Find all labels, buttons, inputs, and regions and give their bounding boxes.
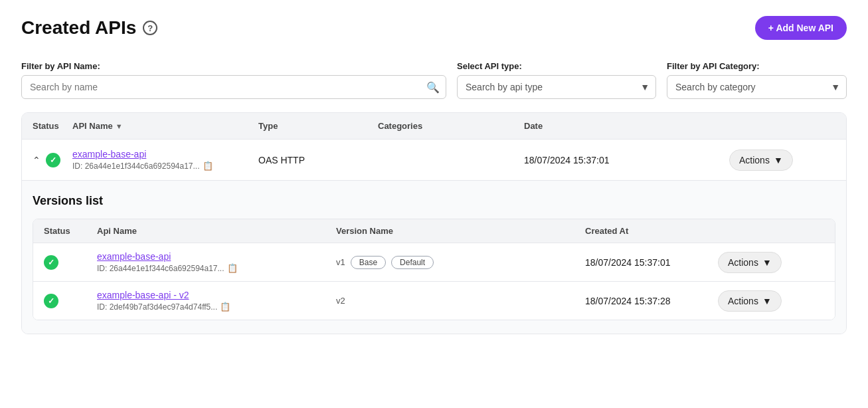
- api-date-cell: 18/07/2024 15:37:01: [524, 155, 729, 165]
- v-tag-default: Default: [391, 256, 434, 269]
- page-container: Created APIs ? + Add New API Filter by A…: [0, 0, 868, 350]
- v-col-version-name: Version Name: [336, 226, 585, 236]
- v-status-cell-2: [44, 294, 97, 308]
- v-created-at-cell-1: 18/07/2024 15:37:01: [585, 257, 718, 268]
- v-col-created-at: Created At: [585, 226, 718, 236]
- category-filter-select-wrap: Search by category ▼: [667, 75, 847, 99]
- status-indicator: [46, 153, 60, 167]
- v-api-name-cell-2: example-base-api - v2 ID: 2def49b7af3d4e…: [97, 290, 336, 312]
- copy-icon[interactable]: 📋: [203, 161, 213, 171]
- page-title: Created APIs: [21, 17, 136, 39]
- col-api-name: API Name ▼: [72, 121, 258, 131]
- v-created-at-cell-2: 18/07/2024 15:37:28: [585, 296, 718, 306]
- type-filter-select-wrap: Search by api type ▼: [457, 75, 656, 99]
- category-filter-label: Filter by API Category:: [667, 61, 847, 71]
- versions-table: Status Api Name Version Name Created At …: [33, 219, 835, 320]
- v-version-name-cell-2: v2: [336, 296, 585, 306]
- col-date: Date: [524, 121, 729, 131]
- header-left: Created APIs ?: [21, 17, 157, 39]
- version-row: example-base-api ID: 26a44e1e1f344c6a692…: [33, 243, 835, 282]
- col-status: Status: [33, 121, 72, 131]
- sort-icon[interactable]: ▼: [116, 122, 123, 130]
- chevron-down-icon-v1: ▼: [762, 257, 772, 268]
- v-status-indicator-1: [44, 255, 58, 270]
- v-api-name-link-1[interactable]: example-base-api: [97, 251, 171, 262]
- name-filter-input-wrap: 🔍: [21, 75, 446, 99]
- filter-by-category-group: Filter by API Category: Search by catego…: [667, 61, 847, 99]
- filters-section: Filter by API Name: 🔍 Select API type: S…: [21, 61, 847, 99]
- v-actions-button-2[interactable]: Actions ▼: [718, 290, 782, 312]
- table-row: ⌃ example-base-api ID: 26a44e1e1f344c6a6…: [22, 140, 846, 181]
- actions-button[interactable]: Actions ▼: [729, 150, 793, 171]
- type-filter-label: Select API type:: [457, 61, 656, 71]
- table-header: Status API Name ▼ Type Categories Date: [22, 113, 846, 140]
- page-header: Created APIs ? + Add New API: [21, 16, 847, 40]
- v-version-name-cell-1: v1 Base Default: [336, 256, 585, 269]
- chevron-down-icon-v2: ▼: [762, 296, 772, 306]
- v-status-indicator-2: [44, 294, 58, 308]
- v-version-tag-1: v1: [336, 257, 345, 267]
- search-by-category-select[interactable]: Search by category: [667, 75, 847, 99]
- v-col-api-name: Api Name: [97, 226, 336, 236]
- v-actions-button-1[interactable]: Actions ▼: [718, 252, 782, 273]
- api-id: ID: 26a44e1e1f344c6a692594a17... 📋: [72, 161, 258, 171]
- expand-collapse-icon[interactable]: ⌃: [33, 155, 41, 165]
- api-name-cell: example-base-api ID: 26a44e1e1f344c6a692…: [72, 149, 258, 171]
- v-version-tag-2: v2: [336, 296, 345, 306]
- filter-by-name-group: Filter by API Name: 🔍: [21, 61, 446, 99]
- search-by-type-select[interactable]: Search by api type: [457, 75, 656, 99]
- v-api-name-cell-1: example-base-api ID: 26a44e1e1f344c6a692…: [97, 251, 336, 273]
- v-actions-cell-2: Actions ▼: [718, 290, 824, 312]
- api-type-cell: OAS HTTP: [258, 155, 378, 165]
- add-new-api-button[interactable]: + Add New API: [755, 16, 847, 40]
- version-row: example-base-api - v2 ID: 2def49b7af3d4e…: [33, 282, 835, 320]
- api-actions-cell: Actions ▼: [729, 150, 835, 171]
- col-categories: Categories: [378, 121, 524, 131]
- v-actions-cell-1: Actions ▼: [718, 252, 824, 273]
- v-copy-icon-1[interactable]: 📋: [227, 263, 238, 273]
- chevron-down-icon-actions: ▼: [774, 155, 783, 165]
- v-api-name-link-2[interactable]: example-base-api - v2: [97, 290, 189, 300]
- versions-section: Versions list Status Api Name Version Na…: [22, 181, 846, 334]
- v-copy-icon-2[interactable]: 📋: [220, 302, 230, 312]
- help-icon[interactable]: ?: [143, 21, 157, 35]
- name-filter-label: Filter by API Name:: [21, 61, 446, 71]
- apis-table-container: Status API Name ▼ Type Categories Date ⌃…: [21, 112, 847, 334]
- versions-table-header: Status Api Name Version Name Created At: [33, 219, 835, 243]
- v-status-cell: [44, 255, 97, 270]
- row-toggle-status: ⌃: [33, 153, 72, 167]
- col-type: Type: [258, 121, 378, 131]
- filter-by-type-group: Select API type: Search by api type ▼: [457, 61, 656, 99]
- v-api-id-2: ID: 2def49b7af3d4ec97a4d74ff5... 📋: [97, 302, 336, 312]
- versions-title: Versions list: [33, 194, 835, 208]
- v-api-id-1: ID: 26a44e1e1f344c6a692594a17... 📋: [97, 263, 336, 273]
- search-by-name-input[interactable]: [21, 75, 446, 99]
- v-col-status: Status: [44, 226, 97, 236]
- api-name-link[interactable]: example-base-api: [72, 149, 146, 159]
- v-tag-base: Base: [351, 256, 386, 269]
